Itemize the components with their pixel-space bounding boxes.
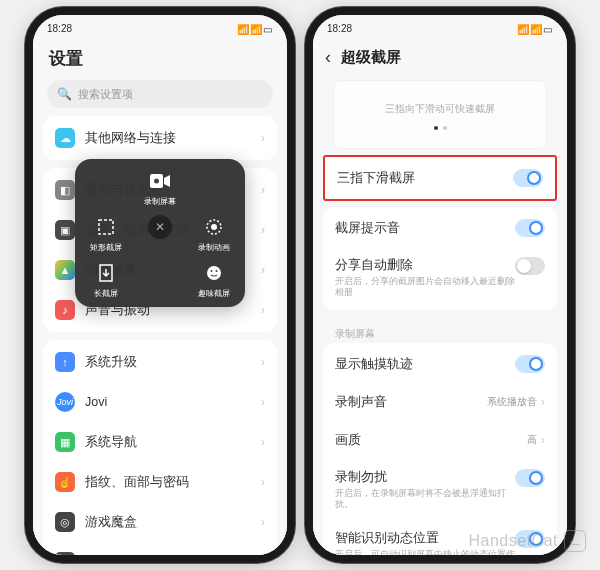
toggle-three-finger[interactable] <box>513 169 543 187</box>
hint-text: 三指向下滑动可快速截屏 <box>344 103 536 116</box>
row-three-finger-screenshot[interactable]: 三指下滑截屏 <box>325 159 555 197</box>
back-icon[interactable]: ‹ <box>325 47 331 68</box>
chevron-right-icon: › <box>541 433 545 447</box>
screenshot-popup: 录制屏幕 矩形截屏 ✕ 录制动画 长截屏 <box>75 159 245 307</box>
row-navigation[interactable]: ▦ 系统导航 › <box>43 422 277 462</box>
row-share-delete[interactable]: 分享自动删除 开启后，分享的截屏图片会自动移入最近删除相册 <box>323 247 557 308</box>
row-system-update[interactable]: ↑ 系统升级 › <box>43 342 277 382</box>
row-fingerprint[interactable]: ☝ 指纹、面部与密码 › <box>43 462 277 502</box>
settings-group: ↑ 系统升级 › Jovi Jovi › ▦ 系统导航 › ☝ 指纹、面部与密码 <box>43 340 277 555</box>
battery-icon: ▭ <box>263 24 273 32</box>
chevron-right-icon: › <box>261 435 265 449</box>
chevron-right-icon: › <box>541 395 545 409</box>
chevron-right-icon: › <box>261 183 265 197</box>
navigation-icon: ▦ <box>55 432 75 452</box>
status-time: 18:28 <box>47 23 72 34</box>
cat-icon: ᓚ <box>564 530 586 552</box>
toggle-dnd[interactable] <box>515 469 545 487</box>
row-record-sound[interactable]: 录制声音 系统播放音 › <box>323 383 557 421</box>
chevron-right-icon: › <box>261 223 265 237</box>
wifi-icon: 📶 <box>530 24 540 32</box>
chevron-right-icon: › <box>261 303 265 317</box>
row-game[interactable]: ◎ 游戏魔盒 › <box>43 502 277 542</box>
section-title-record: 录制屏幕 <box>313 318 567 343</box>
wifi-icon: 📶 <box>250 24 260 32</box>
screen: 18:28 📶 📶 ▭ 设置 🔍 搜索设置项 ☁ 其他网络与连接 › <box>33 15 287 555</box>
page-title: 设置 <box>49 47 271 70</box>
search-input[interactable]: 🔍 搜索设置项 <box>47 80 273 108</box>
chevron-right-icon: › <box>261 475 265 489</box>
page-title: 超级截屏 <box>341 48 401 67</box>
toggle-sound[interactable] <box>515 219 545 237</box>
chevron-right-icon: › <box>261 131 265 145</box>
desktop-icon: ▣ <box>55 220 75 240</box>
shortcut-icon: ⚡ <box>55 552 75 555</box>
cloud-icon: ☁ <box>55 128 75 148</box>
chevron-right-icon: › <box>261 515 265 529</box>
settings-list[interactable]: 三指向下滑动可快速截屏 三指下滑截屏 截屏提示音 <box>313 76 567 555</box>
signal-icon: 📶 <box>237 24 247 32</box>
search-icon: 🔍 <box>57 87 72 101</box>
watermark-text: HandsetCat <box>469 532 559 550</box>
chevron-right-icon: › <box>261 263 265 277</box>
row-quality[interactable]: 画质 高 › <box>323 421 557 459</box>
svg-rect-2 <box>99 220 113 234</box>
row-record-dnd[interactable]: 录制勿扰 开启后，在录制屏幕时将不会被悬浮通知打扰。 <box>323 459 557 520</box>
status-icons: 📶 📶 ▭ <box>517 24 553 32</box>
page-header: ‹ 超级截屏 <box>313 41 567 76</box>
status-icons: 📶 📶 ▭ <box>237 24 273 32</box>
popup-rect-capture[interactable]: 矩形截屏 <box>79 215 133 253</box>
game-icon: ◎ <box>55 512 75 532</box>
status-bar: 18:28 📶 📶 ▭ <box>313 15 567 41</box>
svg-point-4 <box>211 224 217 230</box>
long-capture-icon <box>94 261 118 285</box>
settings-group: ☁ 其他网络与连接 › <box>43 116 277 160</box>
row-other-network[interactable]: ☁ 其他网络与连接 › <box>43 118 277 158</box>
status-bar: 18:28 📶 📶 ▭ <box>33 15 287 41</box>
signal-icon: 📶 <box>517 24 527 32</box>
battery-icon: ▭ <box>543 24 553 32</box>
dot <box>443 126 447 130</box>
row-shortcuts[interactable]: ⚡ 快捷与辅助 › <box>43 542 277 555</box>
svg-point-7 <box>211 270 213 272</box>
page-header: 设置 <box>33 41 287 80</box>
record-anim-icon <box>202 215 226 239</box>
sound-icon: ♪ <box>55 300 75 320</box>
settings-group: 截屏提示音 分享自动删除 开启后，分享的截屏图片会自动移入最近删除相册 <box>323 207 557 310</box>
svg-point-6 <box>207 266 221 280</box>
jovi-icon: Jovi <box>55 392 75 412</box>
row-screenshot-sound[interactable]: 截屏提示音 <box>323 209 557 247</box>
status-time: 18:28 <box>327 23 352 34</box>
phone-left: 18:28 📶 📶 ▭ 设置 🔍 搜索设置项 ☁ 其他网络与连接 › <box>25 7 295 563</box>
notification-icon: ◧ <box>55 180 75 200</box>
fingerprint-icon: ☝ <box>55 472 75 492</box>
chevron-right-icon: › <box>261 395 265 409</box>
rect-icon <box>94 215 118 239</box>
effects-icon: ▲ <box>55 260 75 280</box>
row-show-touch[interactable]: 显示触摸轨迹 <box>323 345 557 383</box>
screen: 18:28 📶 📶 ▭ ‹ 超级截屏 三指向下滑动可快速截屏 <box>313 15 567 555</box>
search-placeholder: 搜索设置项 <box>78 87 133 102</box>
toggle-share-delete[interactable] <box>515 257 545 275</box>
popup-record-anim[interactable]: 录制动画 <box>187 215 241 253</box>
fun-capture-icon <box>202 261 226 285</box>
highlight-three-finger: 三指下滑截屏 <box>323 155 557 201</box>
row-jovi[interactable]: Jovi Jovi › <box>43 382 277 422</box>
page-dots <box>344 126 536 130</box>
gesture-hint: 三指向下滑动可快速截屏 <box>333 80 547 149</box>
chevron-right-icon: › <box>261 355 265 369</box>
popup-long-capture[interactable]: 长截屏 <box>79 261 133 299</box>
popup-fun-capture[interactable]: 趣味截屏 <box>187 261 241 299</box>
phone-right: 18:28 📶 📶 ▭ ‹ 超级截屏 三指向下滑动可快速截屏 <box>305 7 575 563</box>
update-icon: ↑ <box>55 352 75 372</box>
svg-point-8 <box>216 270 218 272</box>
settings-group: 显示触摸轨迹 录制声音 系统播放音 › 画质 高 › 录制勿扰 开启后，在录制屏 <box>323 343 557 555</box>
svg-point-1 <box>154 179 159 184</box>
dot-active <box>434 126 438 130</box>
popup-record-screen[interactable]: 录制屏幕 <box>79 169 241 207</box>
popup-close[interactable]: ✕ <box>133 215 187 253</box>
video-icon <box>148 169 172 193</box>
watermark: HandsetCat ᓚ <box>469 530 587 552</box>
close-icon: ✕ <box>148 215 172 239</box>
toggle-show-touch[interactable] <box>515 355 545 373</box>
